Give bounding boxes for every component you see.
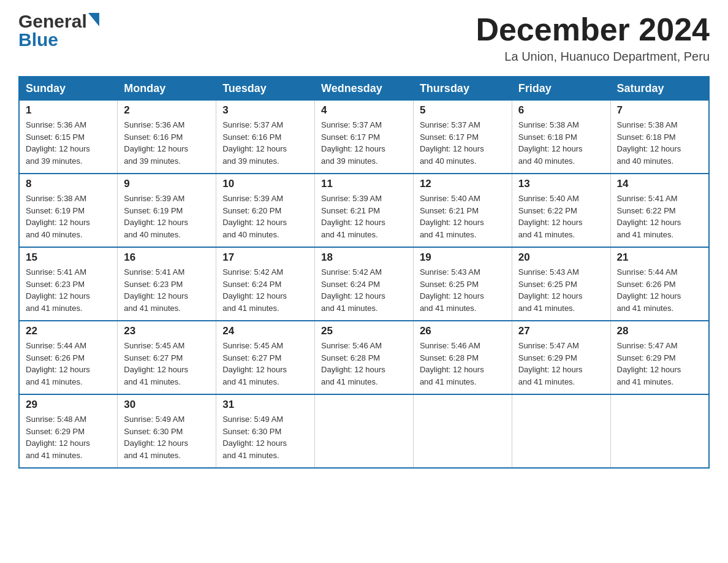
day-number: 13 xyxy=(518,178,604,190)
logo: General Blue xyxy=(18,12,99,49)
table-row: 5Sunrise: 5:37 AMSunset: 6:17 PMDaylight… xyxy=(413,101,512,174)
day-number: 3 xyxy=(222,104,308,117)
day-number: 18 xyxy=(321,251,407,264)
table-row: 13Sunrise: 5:40 AMSunset: 6:22 PMDayligh… xyxy=(512,174,610,247)
day-number: 1 xyxy=(26,104,111,117)
calendar-title: December 2024 xyxy=(476,12,710,47)
day-number: 14 xyxy=(617,178,702,190)
table-row: 29Sunrise: 5:48 AMSunset: 6:29 PMDayligh… xyxy=(19,394,118,468)
table-row: 23Sunrise: 5:45 AMSunset: 6:27 PMDayligh… xyxy=(118,321,216,394)
day-info: Sunrise: 5:42 AMSunset: 6:24 PMDaylight:… xyxy=(222,266,308,314)
table-row: 12Sunrise: 5:40 AMSunset: 6:21 PMDayligh… xyxy=(413,174,512,247)
table-row: 17Sunrise: 5:42 AMSunset: 6:24 PMDayligh… xyxy=(216,247,315,321)
day-info: Sunrise: 5:42 AMSunset: 6:24 PMDaylight:… xyxy=(321,266,407,314)
day-number: 22 xyxy=(26,325,111,337)
day-number: 17 xyxy=(222,251,308,264)
day-info: Sunrise: 5:39 AMSunset: 6:20 PMDaylight:… xyxy=(222,193,308,240)
day-number: 25 xyxy=(321,325,407,337)
table-row xyxy=(413,394,512,468)
day-info: Sunrise: 5:48 AMSunset: 6:29 PMDaylight:… xyxy=(26,413,111,461)
day-info: Sunrise: 5:38 AMSunset: 6:19 PMDaylight:… xyxy=(26,193,111,240)
table-row: 9Sunrise: 5:39 AMSunset: 6:19 PMDaylight… xyxy=(118,174,216,247)
table-row xyxy=(315,394,414,468)
day-info: Sunrise: 5:45 AMSunset: 6:27 PMDaylight:… xyxy=(222,340,308,388)
day-info: Sunrise: 5:38 AMSunset: 6:18 PMDaylight:… xyxy=(617,119,702,167)
table-row: 2Sunrise: 5:36 AMSunset: 6:16 PMDaylight… xyxy=(118,101,216,174)
day-info: Sunrise: 5:37 AMSunset: 6:17 PMDaylight:… xyxy=(420,119,506,167)
day-number: 9 xyxy=(124,178,210,190)
col-thursday: Thursday xyxy=(413,77,512,101)
day-number: 6 xyxy=(518,104,604,117)
svg-marker-0 xyxy=(88,13,99,26)
title-area: December 2024 La Union, Huanuco Departme… xyxy=(476,12,710,64)
calendar-week-row: 29Sunrise: 5:48 AMSunset: 6:29 PMDayligh… xyxy=(19,394,709,468)
table-row: 18Sunrise: 5:42 AMSunset: 6:24 PMDayligh… xyxy=(315,247,414,321)
logo-blue: Blue xyxy=(18,29,58,50)
day-info: Sunrise: 5:40 AMSunset: 6:21 PMDaylight:… xyxy=(420,193,506,240)
day-number: 16 xyxy=(124,251,210,264)
day-info: Sunrise: 5:45 AMSunset: 6:27 PMDaylight:… xyxy=(124,340,210,388)
table-row: 11Sunrise: 5:39 AMSunset: 6:21 PMDayligh… xyxy=(315,174,414,247)
col-saturday: Saturday xyxy=(610,77,709,101)
day-info: Sunrise: 5:41 AMSunset: 6:23 PMDaylight:… xyxy=(26,266,111,314)
day-info: Sunrise: 5:47 AMSunset: 6:29 PMDaylight:… xyxy=(518,340,604,388)
day-info: Sunrise: 5:43 AMSunset: 6:25 PMDaylight:… xyxy=(420,266,506,314)
day-info: Sunrise: 5:49 AMSunset: 6:30 PMDaylight:… xyxy=(222,413,308,461)
table-row: 10Sunrise: 5:39 AMSunset: 6:20 PMDayligh… xyxy=(216,174,315,247)
col-friday: Friday xyxy=(512,77,610,101)
table-row xyxy=(512,394,610,468)
table-row: 14Sunrise: 5:41 AMSunset: 6:22 PMDayligh… xyxy=(610,174,709,247)
calendar-table: Sunday Monday Tuesday Wednesday Thursday… xyxy=(18,76,710,469)
table-row: 3Sunrise: 5:37 AMSunset: 6:16 PMDaylight… xyxy=(216,101,315,174)
day-info: Sunrise: 5:43 AMSunset: 6:25 PMDaylight:… xyxy=(518,266,604,314)
day-info: Sunrise: 5:38 AMSunset: 6:18 PMDaylight:… xyxy=(518,119,604,167)
table-row: 26Sunrise: 5:46 AMSunset: 6:28 PMDayligh… xyxy=(413,321,512,394)
calendar-week-row: 15Sunrise: 5:41 AMSunset: 6:23 PMDayligh… xyxy=(19,247,709,321)
logo-chevron-icon xyxy=(88,13,99,28)
day-number: 19 xyxy=(420,251,506,264)
calendar-week-row: 8Sunrise: 5:38 AMSunset: 6:19 PMDaylight… xyxy=(19,174,709,247)
day-number: 11 xyxy=(321,178,407,190)
table-row: 28Sunrise: 5:47 AMSunset: 6:29 PMDayligh… xyxy=(610,321,709,394)
day-number: 12 xyxy=(420,178,506,190)
day-number: 2 xyxy=(124,104,210,117)
day-info: Sunrise: 5:44 AMSunset: 6:26 PMDaylight:… xyxy=(26,340,111,388)
col-tuesday: Tuesday xyxy=(216,77,315,101)
col-sunday: Sunday xyxy=(19,77,118,101)
calendar-location: La Union, Huanuco Department, Peru xyxy=(476,50,710,64)
day-info: Sunrise: 5:44 AMSunset: 6:26 PMDaylight:… xyxy=(617,266,702,314)
table-row: 6Sunrise: 5:38 AMSunset: 6:18 PMDaylight… xyxy=(512,101,610,174)
header: General Blue December 2024 La Union, Hua… xyxy=(18,12,710,64)
day-number: 7 xyxy=(617,104,702,117)
calendar-week-row: 1Sunrise: 5:36 AMSunset: 6:15 PMDaylight… xyxy=(19,101,709,174)
calendar-header-row: Sunday Monday Tuesday Wednesday Thursday… xyxy=(19,77,709,101)
table-row xyxy=(610,394,709,468)
table-row: 31Sunrise: 5:49 AMSunset: 6:30 PMDayligh… xyxy=(216,394,315,468)
day-number: 8 xyxy=(26,178,111,190)
day-number: 26 xyxy=(420,325,506,337)
table-row: 24Sunrise: 5:45 AMSunset: 6:27 PMDayligh… xyxy=(216,321,315,394)
day-number: 30 xyxy=(124,399,210,411)
day-number: 28 xyxy=(617,325,702,337)
table-row: 22Sunrise: 5:44 AMSunset: 6:26 PMDayligh… xyxy=(19,321,118,394)
table-row: 15Sunrise: 5:41 AMSunset: 6:23 PMDayligh… xyxy=(19,247,118,321)
day-info: Sunrise: 5:39 AMSunset: 6:21 PMDaylight:… xyxy=(321,193,407,240)
day-number: 10 xyxy=(222,178,308,190)
table-row: 20Sunrise: 5:43 AMSunset: 6:25 PMDayligh… xyxy=(512,247,610,321)
day-info: Sunrise: 5:46 AMSunset: 6:28 PMDaylight:… xyxy=(321,340,407,388)
day-number: 31 xyxy=(222,399,308,411)
day-info: Sunrise: 5:37 AMSunset: 6:16 PMDaylight:… xyxy=(222,119,308,167)
day-number: 24 xyxy=(222,325,308,337)
day-number: 29 xyxy=(26,399,111,411)
day-number: 4 xyxy=(321,104,407,117)
day-number: 21 xyxy=(617,251,702,264)
day-number: 23 xyxy=(124,325,210,337)
calendar-week-row: 22Sunrise: 5:44 AMSunset: 6:26 PMDayligh… xyxy=(19,321,709,394)
table-row: 8Sunrise: 5:38 AMSunset: 6:19 PMDaylight… xyxy=(19,174,118,247)
day-info: Sunrise: 5:46 AMSunset: 6:28 PMDaylight:… xyxy=(420,340,506,388)
day-number: 20 xyxy=(518,251,604,264)
day-info: Sunrise: 5:39 AMSunset: 6:19 PMDaylight:… xyxy=(124,193,210,240)
day-info: Sunrise: 5:37 AMSunset: 6:17 PMDaylight:… xyxy=(321,119,407,167)
day-info: Sunrise: 5:40 AMSunset: 6:22 PMDaylight:… xyxy=(518,193,604,240)
day-info: Sunrise: 5:49 AMSunset: 6:30 PMDaylight:… xyxy=(124,413,210,461)
